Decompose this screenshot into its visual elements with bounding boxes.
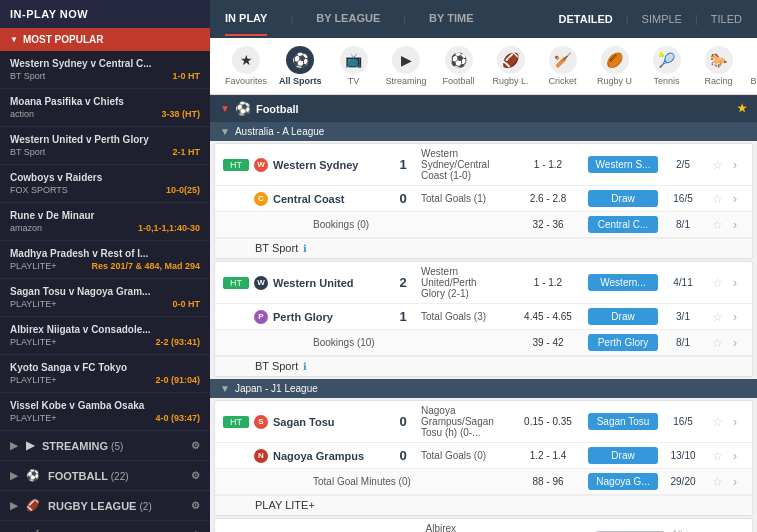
match-time-badge: HT — [223, 277, 249, 289]
team-icon: W — [254, 276, 268, 290]
football-section-header: ▼ ⚽ Football ★ — [210, 95, 757, 122]
match-team-row: HT W Western United 2 Western United/Per… — [215, 262, 752, 304]
sidebar-cat-streaming[interactable]: ▶ ▶ Streaming (5) ⚙ — [0, 431, 210, 461]
sidebar-cat-football[interactable]: ▶ ⚽ Football (22) ⚙ — [0, 461, 210, 491]
view-detailed[interactable]: DETAILED — [559, 3, 613, 35]
odds-range: 1 - 1.2 — [508, 277, 588, 288]
sidebar-score: 0-0 HT — [172, 299, 200, 309]
odds-value-3[interactable]: 29/20 — [658, 476, 708, 487]
match-star[interactable]: ☆ — [708, 415, 726, 429]
league-collapse-arrow[interactable]: ▼ — [220, 383, 230, 394]
sidebar-match-title: Vissel Kobe v Gamba Osaka — [10, 400, 180, 411]
sport-icon-streaming[interactable]: ▶ Streaming — [386, 46, 427, 86]
match-star[interactable]: ☆ — [708, 276, 726, 290]
match-star-3[interactable]: ☆ — [708, 475, 726, 489]
match-star[interactable]: ☆ — [708, 449, 726, 463]
match-expand-arrow[interactable]: › — [726, 449, 744, 463]
tab-in-play[interactable]: IN PLAY — [225, 2, 267, 36]
match-expand-arrow[interactable]: › — [726, 158, 744, 172]
tab-by-time[interactable]: BY TIME — [429, 2, 473, 36]
odds-button[interactable]: Draw — [588, 447, 658, 464]
odds-value[interactable]: 3/1 — [658, 311, 708, 322]
sidebar-matches-list: Western Sydney v Central C... BT Sport 1… — [0, 51, 210, 431]
odds-button-3[interactable]: Central C... — [588, 216, 658, 233]
odds-button[interactable]: Western S... — [588, 156, 658, 173]
match-expand-arrow[interactable]: › — [726, 276, 744, 290]
football-collapse-arrow[interactable]: ▼ — [220, 103, 230, 114]
sidebar-cat-icon: ▶ — [26, 439, 34, 452]
match-star-3[interactable]: ☆ — [708, 336, 726, 350]
sidebar-match-item[interactable]: Kyoto Sanga v FC Tokyo PLAYLITE+ 2-0 (91… — [0, 355, 210, 393]
odds-button[interactable]: Draw — [588, 308, 658, 325]
sidebar-broadcaster: FOX SPORTS — [10, 185, 68, 195]
sidebar-match-item[interactable]: Albirex Niigata v Consadole... PLAYLITE+… — [0, 317, 210, 355]
match-expand-arrow[interactable]: › — [726, 192, 744, 206]
team-score: 0 — [393, 191, 413, 206]
odds-value[interactable]: 13/10 — [658, 450, 708, 461]
team-score: 0 — [393, 448, 413, 463]
match-expand-arrow-3[interactable]: › — [726, 475, 744, 489]
sport-icon-tv[interactable]: 📺 TV — [334, 46, 374, 86]
sport-icon-tennis[interactable]: 🎾 Tennis — [647, 46, 687, 86]
odds-value[interactable]: 2/5 — [658, 159, 708, 170]
match-expand-arrow-3[interactable]: › — [726, 336, 744, 350]
match-star[interactable]: ☆ — [708, 310, 726, 324]
view-tiled[interactable]: TILED — [711, 3, 742, 35]
sidebar-match-item[interactable]: Western United v Perth Glory BT Sport 2-… — [0, 127, 210, 165]
sport-icon-circle: ⚽ — [286, 46, 314, 74]
sidebar-match-item[interactable]: Sagan Tosu v Nagoya Gram... PLAYLITE+ 0-… — [0, 279, 210, 317]
sport-icon-label: Rugby U — [597, 76, 632, 86]
sidebar-match-item[interactable]: Rune v De Minaur amazon 1-0,1-1,1:40-30 — [0, 203, 210, 241]
odds-button[interactable]: Sagan Tosu — [588, 413, 658, 430]
sidebar-match-item[interactable]: Cowboys v Raiders FOX SPORTS 10-0(25) — [0, 165, 210, 203]
match-expand-arrow[interactable]: › — [726, 415, 744, 429]
odds-range-3: 39 - 42 — [508, 337, 588, 348]
sport-icon-circle: ▶ — [392, 46, 420, 74]
sidebar-cat-label: Rugby League (2) — [48, 500, 152, 512]
sidebar-match-item[interactable]: Vissel Kobe v Gamba Osaka PLAYLITE+ 4-0 … — [0, 393, 210, 431]
match-team-row: HT W Western Sydney 1 Western Sydney/Cen… — [215, 144, 752, 186]
sport-icon-basketball[interactable]: 🏀 Basketball — [751, 46, 757, 86]
sidebar-cat-cricket[interactable]: ▶ 🏏 Cricket (1) ⚙ — [0, 521, 210, 532]
match-star[interactable]: ☆ — [708, 192, 726, 206]
sport-icon-cricket[interactable]: 🏏 Cricket — [543, 46, 583, 86]
odds-value-3[interactable]: 8/1 — [658, 337, 708, 348]
sidebar-match-item[interactable]: Western Sydney v Central C... BT Sport 1… — [0, 51, 210, 89]
sport-icons-bar: ★ Favourites ⚽ All Sports 📺 TV ▶ Streami… — [210, 38, 757, 95]
odds-button-3[interactable]: Nagoya G... — [588, 473, 658, 490]
odds-button-3[interactable]: Perth Glory — [588, 334, 658, 351]
odds-button[interactable]: Draw — [588, 190, 658, 207]
bet-info-row: Total Goal Minutes (0) 88 - 96 Nagoya G.… — [215, 469, 752, 495]
sport-icon-circle: 🎾 — [653, 46, 681, 74]
match-team-row: P Perth Glory 1 Total Goals (3) 4.45 - 4… — [215, 304, 752, 330]
football-star[interactable]: ★ — [737, 102, 747, 115]
match-star[interactable]: ☆ — [708, 158, 726, 172]
sport-icon-football[interactable]: ⚽ Football — [439, 46, 479, 86]
tab-by-league[interactable]: BY LEAGUE — [316, 2, 380, 36]
sidebar-match-title: Western Sydney v Central C... — [10, 58, 180, 69]
sport-icon-rugby-l.[interactable]: 🏈 Rugby L. — [491, 46, 531, 86]
match-star-3[interactable]: ☆ — [708, 218, 726, 232]
odds-range: 4.45 - 4.65 — [508, 311, 588, 322]
sport-icon-favourites[interactable]: ★ Favourites — [225, 46, 267, 86]
odds-value[interactable]: 16/5 — [658, 193, 708, 204]
sidebar-score: 10-0(25) — [166, 185, 200, 195]
odds-value[interactable]: 4/11 — [658, 277, 708, 288]
odds-value-3[interactable]: 8/1 — [658, 219, 708, 230]
sport-icon-racing[interactable]: 🐎 Racing — [699, 46, 739, 86]
sport-icon-circle: 🐎 — [705, 46, 733, 74]
sidebar-cat-rugby-league[interactable]: ▶ 🏈 Rugby League (2) ⚙ — [0, 491, 210, 521]
sidebar-match-item[interactable]: Moana Pasifika v Chiefs action 3-38 (HT) — [0, 89, 210, 127]
league-collapse-arrow[interactable]: ▼ — [220, 126, 230, 137]
match-expand-arrow-3[interactable]: › — [726, 218, 744, 232]
sidebar-cat-icon-right: ⚙ — [191, 500, 200, 511]
view-simple[interactable]: SIMPLE — [642, 3, 682, 35]
odds-value[interactable]: 16/5 — [658, 416, 708, 427]
sidebar-match-item[interactable]: Madhya Pradesh v Rest of I... PLAYLITE+ … — [0, 241, 210, 279]
match-expand-arrow[interactable]: › — [726, 310, 744, 324]
sport-icon-all-sports[interactable]: ⚽ All Sports — [279, 46, 322, 86]
sport-icon-rugby-u[interactable]: 🏉 Rugby U — [595, 46, 635, 86]
odds-button[interactable]: Western... — [588, 274, 658, 291]
league-name: Japan - J1 League — [235, 383, 318, 394]
match-team-row: HT S Sagan Tosu 0 Nagoya Grampus/Sagan T… — [215, 401, 752, 443]
